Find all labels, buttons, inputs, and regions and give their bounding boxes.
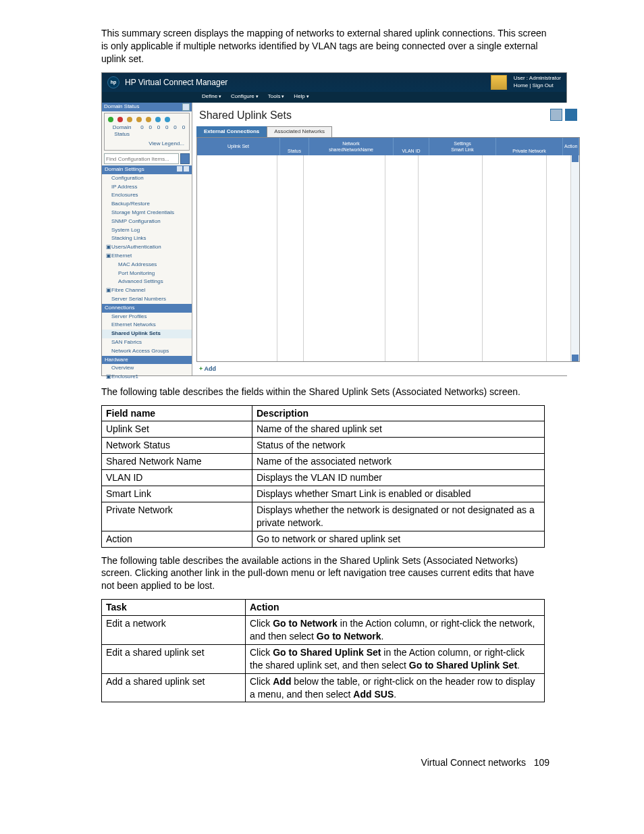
hp-logo-icon: hp (107, 76, 119, 88)
user-line: User : Administrator (514, 75, 561, 82)
page-footer: Virtual Connect networks 109 (101, 756, 549, 769)
fields-th-name: Field name (102, 405, 252, 421)
nav-serial-numbers[interactable]: Server Serial Numbers (102, 295, 192, 304)
col-action[interactable]: Action (563, 138, 579, 155)
col-uplink-set[interactable]: Uplink Set (197, 138, 280, 155)
header-links[interactable]: Home | Sign Out (514, 82, 561, 90)
col-vlan-id[interactable]: VLAN ID (394, 138, 429, 155)
actions-th-action: Action (246, 600, 545, 616)
domain-status-header: Domain Status (102, 103, 192, 111)
ok-icon (108, 117, 113, 122)
table-row: Edit a network Click Go to Network in th… (102, 616, 545, 645)
nav-enclosure1[interactable]: Enclosure1 (102, 373, 192, 382)
add-button[interactable]: Add (192, 362, 584, 375)
nav-enclosures[interactable]: Enclosures (102, 191, 192, 200)
table1-intro: The following table describes the fields… (101, 386, 549, 398)
grid-body (197, 155, 579, 361)
connections-header: Connections (102, 304, 192, 313)
table-row: Edit a shared uplink set Click Go to Sha… (102, 644, 545, 673)
nav-backup-restore[interactable]: Backup/Restore (102, 200, 192, 209)
nav-overview[interactable]: Overview (102, 364, 192, 373)
table-row: VLAN ID (102, 470, 252, 486)
tab-associated-networks[interactable]: Associated Networks (267, 126, 332, 137)
grid-header: Uplink Set Status Network sharedNetworkN… (197, 138, 579, 155)
sidebar: Domain Status Domain Status 000000 View … (102, 103, 192, 375)
menu-define[interactable]: Define (202, 93, 221, 101)
scroll-down-icon[interactable] (572, 355, 579, 361)
menu-tools[interactable]: Tools (268, 93, 285, 101)
nav-fibre-channel[interactable]: Fibre Channel (102, 286, 192, 295)
page-title: Shared Uplink Sets (199, 108, 577, 123)
collapse-all-icon[interactable] (184, 166, 189, 172)
nav-ip-address[interactable]: IP Address (102, 183, 192, 192)
nav-mac-addresses[interactable]: MAC Addresses (102, 261, 192, 269)
app-screenshot: hp HP Virtual Connect Manager User : Adm… (101, 72, 567, 376)
col-settings-group: Settings Smart Link (429, 138, 496, 155)
nav-ethernet-networks[interactable]: Ethernet Networks (102, 321, 192, 330)
expand-icon[interactable] (177, 166, 182, 172)
warn-icon (127, 117, 132, 122)
app-title: HP Virtual Connect Manager (125, 77, 227, 88)
nav-system-log[interactable]: System Log (102, 226, 192, 235)
nav-users-auth[interactable]: Users/Authentication (102, 243, 192, 252)
view-legend-link[interactable]: View Legend... (107, 140, 187, 149)
table-row: Uplink Set (102, 421, 252, 438)
search-input[interactable] (104, 153, 179, 164)
title-bar: hp HP Virtual Connect Manager User : Adm… (102, 73, 566, 92)
scrollbar[interactable] (571, 155, 579, 361)
nav-san-fabrics[interactable]: SAN Fabrics (102, 338, 192, 347)
nav-server-profiles[interactable]: Server Profiles (102, 313, 192, 321)
tab-external-connections[interactable]: External Connections (196, 126, 267, 137)
menu-configure[interactable]: Configure (231, 93, 259, 101)
table-row: Action (102, 531, 252, 547)
caution-icon (146, 117, 151, 122)
hardware-header: Hardware (102, 356, 192, 365)
domain-settings-header: Domain Settings (102, 165, 192, 174)
table-row: Shared Network Name (102, 454, 252, 470)
col-network-group: Network sharedNetworkName (309, 138, 394, 155)
data-grid: Uplink Set Status Network sharedNetworkN… (196, 137, 580, 361)
unknown-icon (165, 117, 170, 122)
table-row: Add a shared uplink set Click Add below … (102, 673, 545, 702)
domain-status-row: Domain Status 000000 (107, 124, 187, 140)
scroll-up-icon[interactable] (572, 155, 579, 162)
help-icon[interactable] (565, 109, 577, 121)
user-info: User : Administrator Home | Sign Out (514, 75, 561, 90)
menu-bar: Define Configure Tools Help (102, 92, 566, 103)
nav-configuration[interactable]: Configuration (102, 174, 192, 183)
nav-ethernet[interactable]: Ethernet (102, 252, 192, 261)
fields-table: Field name Description Uplink SetName of… (101, 405, 545, 548)
collapse-icon[interactable] (182, 103, 190, 111)
main-panel: Shared Uplink Sets External Connections … (192, 103, 584, 375)
actions-th-task: Task (102, 600, 246, 616)
col-private-network[interactable]: Private Network (496, 138, 563, 155)
search-button[interactable] (180, 153, 190, 164)
fields-th-desc: Description (252, 405, 545, 421)
degraded-icon (136, 117, 142, 122)
table-row: Network Status (102, 438, 252, 454)
home-icon[interactable] (491, 75, 507, 90)
domain-status-box: Domain Status 000000 View Legend... (104, 113, 190, 151)
table-row: Private Network (102, 502, 252, 531)
nav-snmp[interactable]: SNMP Configuration (102, 217, 192, 226)
table-row: Smart Link (102, 486, 252, 502)
nav-port-monitoring[interactable]: Port Monitoring (102, 269, 192, 278)
col-status[interactable]: Status (280, 138, 309, 155)
print-icon[interactable] (550, 109, 562, 121)
table2-intro: The following table describes the availa… (101, 554, 549, 593)
nav-stacking-links[interactable]: Stacking Links (102, 234, 192, 243)
error-icon (117, 117, 123, 122)
intro-paragraph: This summary screen displays the mapping… (101, 27, 549, 66)
actions-table: Task Action Edit a network Click Go to N… (101, 599, 545, 702)
info-icon (155, 117, 161, 122)
nav-network-access-groups[interactable]: Network Access Groups (102, 347, 192, 356)
nav-storage-creds[interactable]: Storage Mgmt Credentials (102, 209, 192, 217)
menu-help[interactable]: Help (294, 93, 308, 101)
nav-shared-uplink-sets[interactable]: Shared Uplink Sets (102, 330, 192, 338)
nav-advanced-settings[interactable]: Advanced Settings (102, 278, 192, 286)
